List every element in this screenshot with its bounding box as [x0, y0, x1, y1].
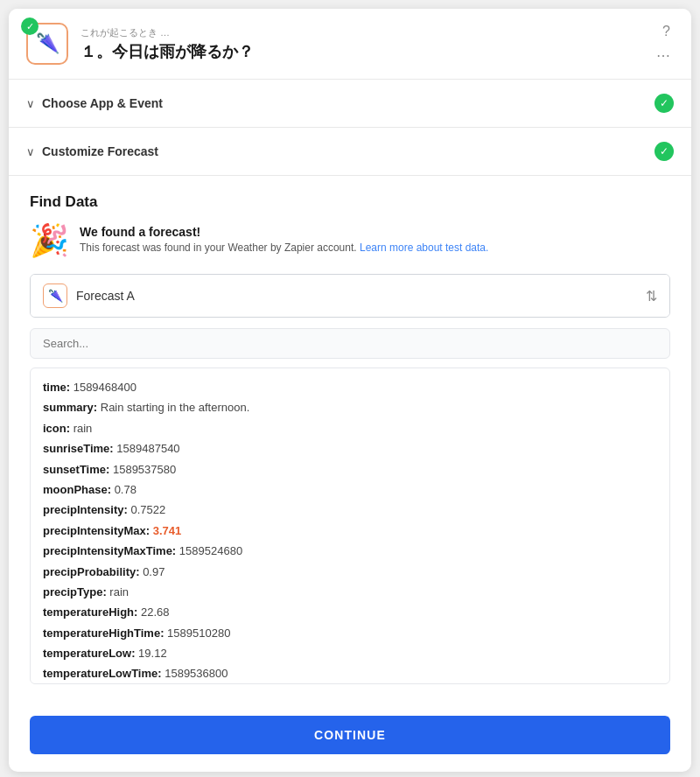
- accordion-left-2: ∨ Customize Forecast: [26, 144, 158, 158]
- find-data-section: Find Data 🎉 We found a forecast! This fo…: [9, 176, 691, 702]
- data-list-container: time: 1589468400summary: Rain starting i…: [30, 368, 670, 684]
- list-item: icon: rain: [43, 418, 657, 438]
- help-button[interactable]: ?: [659, 23, 674, 40]
- main-card: ✓ 🌂 これが起こるとき … １。今日は雨が降るか？ ? ⋯ ∨ Choose …: [9, 9, 691, 772]
- list-item: precipIntensityMaxTime: 1589524680: [43, 541, 657, 561]
- list-item: precipType: rain: [43, 582, 657, 602]
- accordion-customize: ∨ Customize Forecast ✓: [9, 128, 691, 176]
- page-title: １。今日は雨が降るか？: [80, 41, 653, 62]
- found-forecast-text: We found a forecast! This forecast was f…: [80, 225, 488, 254]
- list-item: temperatureHighTime: 1589510280: [43, 623, 657, 643]
- accordion-choose-app-title: Choose App & Event: [42, 96, 163, 110]
- trigger-icon-wrap: ✓ 🌂: [26, 23, 68, 65]
- accordion-choose-app-header[interactable]: ∨ Choose App & Event ✓: [26, 80, 674, 127]
- when-label: これが起こるとき …: [80, 26, 653, 39]
- accordion-choose-app: ∨ Choose App & Event ✓: [9, 80, 691, 128]
- selector-arrows-icon: ⇅: [646, 288, 657, 304]
- more-options-button[interactable]: ⋯: [653, 47, 674, 65]
- chevron-down-icon: ∨: [26, 97, 35, 110]
- found-title: We found a forecast!: [80, 225, 488, 239]
- forecast-selector: 🌂 Forecast A ⇅: [30, 274, 670, 318]
- forecast-selector-header[interactable]: 🌂 Forecast A ⇅: [31, 275, 669, 317]
- continue-button[interactable]: CONTINUE: [30, 716, 670, 754]
- found-description: This forecast was found in your Weather …: [80, 242, 488, 254]
- forecast-icon: 🌂: [43, 284, 67, 308]
- chevron-down-icon-2: ∨: [26, 145, 35, 158]
- header-section: ✓ 🌂 これが起こるとき … １。今日は雨が降るか？ ? ⋯: [9, 9, 691, 80]
- accordion-left: ∨ Choose App & Event: [26, 96, 163, 110]
- search-input[interactable]: [30, 328, 670, 359]
- list-item: precipIntensityMax: 3.741: [43, 521, 657, 541]
- data-list[interactable]: time: 1589468400summary: Rain starting i…: [31, 368, 669, 683]
- accordion-check-icon: ✓: [654, 94, 674, 113]
- weather-icon: 🌂: [36, 32, 60, 55]
- list-item: temperatureLowTime: 1589536800: [43, 663, 657, 683]
- party-icon: 🎉: [30, 225, 69, 256]
- list-item: moonPhase: 0.78: [43, 480, 657, 500]
- header-actions: ? ⋯: [653, 23, 674, 65]
- forecast-label: Forecast A: [76, 289, 646, 303]
- list-item: time: 1589468400: [43, 377, 657, 397]
- accordion-check-icon-2: ✓: [654, 142, 674, 161]
- list-item: temperatureHigh: 22.68: [43, 602, 657, 622]
- accordion-customize-header[interactable]: ∨ Customize Forecast ✓: [26, 128, 674, 175]
- list-item: sunsetTime: 1589537580: [43, 459, 657, 480]
- check-badge-icon: ✓: [21, 18, 38, 35]
- header-text: これが起こるとき … １。今日は雨が降るか？: [80, 26, 653, 62]
- accordion-customize-title: Customize Forecast: [42, 144, 158, 158]
- list-item: precipProbability: 0.97: [43, 562, 657, 582]
- found-forecast-banner: 🎉 We found a forecast! This forecast was…: [30, 225, 670, 256]
- learn-more-link[interactable]: Learn more about test data.: [360, 242, 488, 254]
- list-item: temperatureLow: 19.12: [43, 643, 657, 663]
- list-item: summary: Rain starting in the afternoon.: [43, 397, 657, 417]
- list-item: precipIntensity: 0.7522: [43, 500, 657, 520]
- list-item: sunriseTime: 1589487540: [43, 438, 657, 458]
- continue-section: CONTINUE: [9, 702, 691, 772]
- find-data-title: Find Data: [30, 193, 670, 211]
